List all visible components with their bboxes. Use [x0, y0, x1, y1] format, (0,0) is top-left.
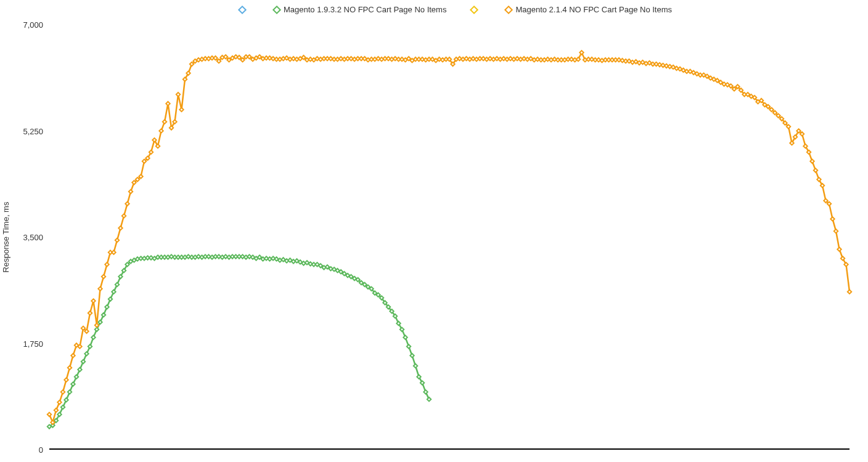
data-point	[773, 111, 777, 115]
data-point	[112, 290, 115, 294]
data-point	[783, 121, 787, 124]
data-point	[170, 126, 173, 129]
data-point	[139, 174, 142, 178]
data-point	[176, 92, 180, 96]
data-point	[841, 256, 845, 260]
data-point	[787, 124, 790, 128]
legend-label: Magento 2.1.4 NO FPC Cart Page No Items	[515, 5, 672, 14]
data-point	[156, 144, 160, 148]
data-point	[830, 217, 834, 221]
data-point	[142, 160, 146, 163]
data-point	[387, 305, 390, 309]
data-point	[821, 184, 824, 187]
y-tick-label: 3,500	[6, 233, 43, 242]
data-point	[88, 311, 92, 315]
data-point	[129, 190, 133, 193]
data-point	[301, 55, 305, 59]
plot-area	[49, 25, 850, 450]
data-point	[393, 314, 397, 318]
data-point	[803, 144, 807, 148]
data-point	[173, 120, 176, 124]
data-point	[240, 58, 244, 62]
data-point	[420, 381, 424, 384]
data-point	[414, 364, 417, 368]
legend-item-2	[471, 7, 481, 13]
data-point	[61, 405, 65, 409]
x-axis-line	[49, 448, 850, 450]
data-point	[848, 290, 851, 294]
diamond-icon	[272, 5, 281, 14]
data-point	[362, 283, 366, 286]
data-point	[91, 299, 95, 302]
data-point	[807, 150, 811, 154]
data-point	[186, 71, 190, 75]
legend-item-1: Magento 1.9.3.2 NO FPC Cart Page No Item…	[274, 5, 446, 14]
data-point	[118, 226, 122, 230]
data-point	[407, 344, 411, 348]
data-point	[403, 335, 407, 339]
data-point	[159, 129, 163, 132]
data-point	[383, 301, 387, 304]
data-point	[769, 108, 773, 111]
diamond-icon	[238, 5, 247, 14]
data-point	[780, 117, 784, 121]
data-point	[753, 95, 756, 99]
data-point	[118, 275, 122, 278]
data-point	[356, 278, 359, 282]
legend-item-3: Magento 2.1.4 NO FPC Cart Page No Items	[506, 5, 672, 14]
data-point	[115, 238, 119, 242]
data-point	[81, 326, 85, 330]
data-point	[57, 413, 61, 416]
data-point	[105, 305, 108, 309]
data-point	[57, 400, 61, 404]
data-point	[729, 84, 732, 87]
data-point	[417, 375, 420, 379]
legend-item-0	[239, 7, 249, 13]
data-point	[84, 352, 88, 355]
data-point	[64, 398, 68, 402]
data-point	[424, 390, 427, 394]
data-point	[183, 78, 187, 81]
data-point	[98, 320, 102, 324]
data-point	[179, 108, 183, 111]
legend-label: Magento 1.9.3.2 NO FPC Cart Page No Item…	[284, 5, 446, 14]
data-point	[369, 287, 373, 291]
data-point	[84, 330, 88, 333]
data-point	[739, 88, 743, 92]
data-point	[793, 135, 797, 139]
data-point	[410, 354, 414, 357]
data-point	[237, 55, 241, 59]
data-point	[190, 62, 194, 66]
data-point	[122, 214, 126, 217]
data-point	[75, 375, 78, 379]
data-point	[400, 328, 404, 331]
data-point	[247, 55, 251, 59]
data-point	[796, 129, 800, 132]
data-point	[112, 250, 115, 254]
data-point	[68, 390, 72, 394]
diamond-icon	[470, 5, 478, 14]
data-point	[166, 102, 170, 105]
chart-legend: Magento 1.9.3.2 NO FPC Cart Page No Item…	[55, 5, 856, 14]
data-point	[81, 360, 85, 363]
data-point	[814, 168, 817, 172]
data-point	[732, 87, 736, 91]
data-point	[579, 51, 583, 54]
data-point	[149, 150, 153, 154]
data-point	[152, 138, 156, 142]
data-point	[760, 99, 763, 102]
data-point	[224, 55, 227, 59]
data-point	[51, 420, 54, 424]
data-point	[105, 262, 108, 266]
data-point	[844, 262, 848, 266]
data-point	[102, 313, 105, 317]
data-point	[132, 180, 136, 184]
data-point	[136, 177, 139, 181]
data-point	[125, 202, 129, 206]
data-point	[776, 114, 780, 118]
data-point	[163, 120, 166, 124]
y-tick-label: 7,000	[6, 20, 43, 30]
data-point	[71, 354, 75, 357]
data-point	[95, 328, 99, 331]
data-point	[88, 344, 92, 348]
